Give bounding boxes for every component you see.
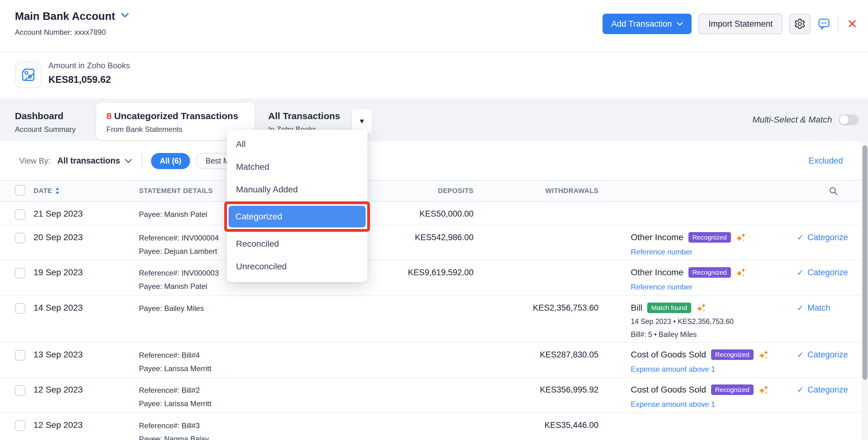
categorize-action-link[interactable]: Categorize: [797, 350, 848, 360]
close-icon[interactable]: ✕: [845, 18, 859, 30]
ai-sparkle-icon: [736, 232, 746, 243]
category-cell: [598, 202, 794, 225]
category-cell: Cost of Goods SoldRecognizedExpense amou…: [598, 378, 794, 412]
statement-details: Reference#: Bill#4Payee: Larissa Merritt: [139, 343, 331, 377]
category-rule-link[interactable]: Expense amount above 1: [631, 365, 794, 374]
scrollbar-thumb[interactable]: [862, 146, 867, 380]
scrollbar-track[interactable]: [862, 142, 868, 440]
amount-label: Amount in Zoho Books: [49, 61, 130, 70]
dropdown-item-manually-added[interactable]: Manually Added: [227, 178, 368, 201]
category-name: Cost of Goods Sold: [631, 350, 706, 360]
category-name-line: Cost of Goods SoldRecognized: [631, 349, 794, 360]
statement-line: Payee: Larissa Merritt: [139, 399, 331, 408]
table-row: 13 Sep 2023Reference#: Bill#4Payee: Lari…: [0, 343, 868, 378]
category-name-line: Other IncomeRecognized: [631, 267, 794, 278]
tab-dashboard[interactable]: Dashboard Account Summary: [15, 111, 76, 134]
row-checkbox[interactable]: [15, 233, 25, 243]
row-checkbox[interactable]: [15, 303, 25, 314]
category-name: Cost of Goods Sold: [631, 385, 706, 395]
row-checkbox[interactable]: [15, 385, 25, 395]
category-cell: BillMatch found14 Sep 2023 • KES2,356,75…: [598, 296, 794, 342]
category-name: Other Income: [631, 267, 683, 277]
category-sub-line: Bill#: 5 • Bailey Miles: [631, 330, 794, 339]
category-name: Bill: [631, 303, 642, 313]
header-actions: Add Transaction Import Statement: [602, 13, 859, 34]
row-checkbox-cell: [15, 260, 33, 295]
withdrawal-amount: [473, 260, 598, 295]
category-rule-link[interactable]: Reference number: [631, 247, 794, 256]
dropdown-item-reconciled[interactable]: Reconciled: [227, 232, 368, 255]
table-row: 12 Sep 2023Reference#: Bill#3Payee: Nagm…: [0, 413, 868, 440]
tab-uncategorized-subtitle: From Bank Statements: [106, 125, 238, 134]
table-row: 14 Sep 2023Payee: Bailey MilesKES2,356,7…: [0, 296, 868, 343]
statement-line: Reference#: Bill#3: [139, 421, 331, 430]
col-date-label: DATE: [33, 187, 52, 195]
tab-dashboard-subtitle: Account Summary: [15, 125, 76, 134]
statement-line: Payee: Nagma Balay: [139, 434, 331, 440]
select-all-checkbox[interactable]: [15, 185, 25, 196]
categorize-action-link[interactable]: Categorize: [797, 385, 848, 395]
category-name-line: Cost of Goods SoldRecognized: [631, 384, 794, 395]
categorize-action-link[interactable]: Categorize: [797, 268, 848, 277]
category-rule-link[interactable]: Reference number: [631, 283, 794, 291]
feedback-button[interactable]: [817, 17, 831, 31]
row-checkbox-cell: [15, 296, 33, 342]
statement-line: Payee: Larissa Merritt: [139, 364, 331, 373]
date-sort-control[interactable]: DATE: [33, 187, 60, 195]
table-row: 20 Sep 2023Reference#: INV000004Payee: D…: [0, 225, 868, 260]
account-switch-chevron-icon[interactable]: [121, 12, 129, 18]
chat-bubble-icon: [817, 17, 831, 31]
uncategorized-title-text: Uncategorized Transactions: [112, 111, 238, 121]
category-name-line: BillMatch found: [631, 302, 794, 313]
row-checkbox[interactable]: [15, 268, 25, 278]
match-action-link[interactable]: Match: [797, 303, 830, 313]
withdrawal-amount: KES356,995.92: [473, 378, 598, 412]
table-row: 19 Sep 2023Reference#: INV000003Payee: M…: [0, 260, 868, 296]
transaction-date: 12 Sep 2023: [33, 413, 139, 440]
dropdown-item-categorized[interactable]: Categorized: [228, 206, 366, 228]
dropdown-item-unreconciled[interactable]: Unreconciled: [227, 255, 368, 278]
category-status-badge: Recognized: [688, 267, 731, 278]
view-by-select[interactable]: All transactions: [57, 156, 132, 166]
ai-sparkle-icon: [736, 267, 746, 278]
transactions-panel: View By: All transactions All (6) Best M…: [0, 141, 868, 440]
import-statement-button[interactable]: Import Statement: [699, 13, 782, 34]
tab-dashboard-title: Dashboard: [15, 111, 76, 121]
row-checkbox[interactable]: [15, 350, 25, 360]
row-checkbox[interactable]: [15, 209, 25, 220]
add-transaction-button[interactable]: Add Transaction: [602, 13, 691, 34]
filter-chip-all[interactable]: All (6): [151, 153, 190, 169]
filter-divider: [142, 154, 142, 168]
ai-sparkle-icon: [758, 349, 769, 360]
withdrawal-amount: [473, 225, 598, 260]
deposit-amount: [331, 343, 473, 377]
action-cell: Categorize: [794, 378, 856, 412]
excluded-link[interactable]: Excluded: [808, 156, 843, 166]
zoho-books-logo-tile: [15, 61, 41, 88]
top-header: Main Bank Account Account Number: xxxx78…: [0, 0, 868, 52]
categorize-action-link[interactable]: Categorize: [797, 233, 848, 242]
row-checkbox-cell: [15, 225, 33, 260]
withdrawal-amount: KES287,830.05: [473, 343, 598, 377]
search-icon[interactable]: [829, 186, 838, 196]
deposit-amount: [331, 296, 473, 342]
tab-all-transactions-title: All Transactions: [268, 111, 340, 121]
add-transaction-label: Add Transaction: [611, 19, 672, 29]
gear-icon: [794, 18, 806, 30]
col-withdrawals-label: WITHDRAWALS: [473, 187, 598, 195]
deposit-amount: [331, 413, 473, 440]
action-cell: Categorize: [794, 225, 856, 260]
multi-select-toggle[interactable]: [839, 115, 859, 125]
statement-line: Reference#: Bill#4: [139, 351, 331, 360]
category-rule-link[interactable]: Expense amount above 1: [631, 400, 794, 409]
dropdown-item-all[interactable]: All: [227, 133, 368, 155]
withdrawal-amount: KES35,446.00: [473, 413, 598, 440]
action-cell: [794, 202, 856, 225]
settings-button[interactable]: [789, 13, 810, 34]
dropdown-item-matched[interactable]: Matched: [227, 155, 368, 178]
category-status-badge: Match found: [647, 302, 691, 313]
view-by-label: View By:: [19, 156, 51, 166]
row-checkbox[interactable]: [15, 420, 25, 431]
amount-value: KES81,059.62: [49, 74, 130, 85]
uncategorized-count: 8: [106, 111, 112, 121]
